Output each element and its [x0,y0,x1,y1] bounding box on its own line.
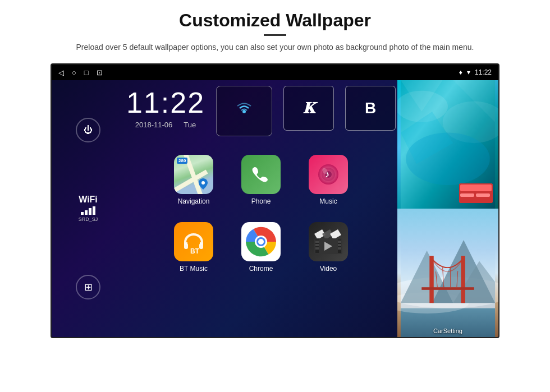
b-icon: B [365,99,376,117]
svg-rect-45 [429,256,433,303]
status-bar-right: ♦ ▾ 11:22 [459,68,492,76]
navigation-icon: 280 [174,155,213,194]
svg-rect-23 [338,241,341,243]
back-icon[interactable]: ◁ [58,68,64,77]
video-label: Video [320,265,337,273]
title-divider [264,34,286,36]
device-screenshot: ◁ ○ □ ⊡ ♦ ▾ 11:22 ⏻ WiFi [51,63,499,338]
app-chrome[interactable]: Chrome [230,216,292,278]
k-icon-box[interactable]: 𝐊 [283,86,334,131]
power-button[interactable]: ⏻ [76,118,100,142]
wireless-widget[interactable] [216,86,272,136]
wifi-label: WiFi [79,195,98,205]
svg-rect-36 [460,193,474,197]
home-icon[interactable]: ○ [72,68,76,77]
navigation-label: Navigation [178,197,210,205]
app-btmusic[interactable]: BT BT Music [163,216,224,278]
clock-day-value: Tue [184,121,196,129]
home-screen: ⏻ WiFi SRD_SJ ⊞ [52,80,498,337]
wifi-widget[interactable]: WiFi SRD_SJ [79,195,98,222]
wallpaper-bridge[interactable]: CarSetting [397,209,498,337]
chrome-icon [241,222,281,261]
clock-widget: 11:22 2018-11-06 Tue [126,86,205,129]
status-bar-left: ◁ ○ □ ⊡ [58,68,103,77]
wifi-bars [79,206,98,215]
svg-rect-21 [315,244,319,246]
wireless-icon [235,99,253,121]
app-phone[interactable]: Phone [230,149,292,211]
status-bar: ◁ ○ □ ⊡ ♦ ▾ 11:22 [52,64,498,80]
clock-time: 11:22 [126,86,205,119]
svg-point-1 [201,181,205,185]
k-icon: 𝐊 [303,99,315,118]
btmusic-label: BT Music [180,265,208,273]
btmusic-icon: BT [174,222,213,261]
svg-point-13 [258,239,264,245]
power-icon: ⏻ [84,125,93,135]
right-panel: CarSetting [397,80,498,337]
svg-rect-37 [476,193,490,197]
left-sidebar: ⏻ WiFi SRD_SJ ⊞ [52,80,125,337]
svg-text:BT: BT [190,247,200,255]
center-content: 11:22 2018-11-06 Tue [125,80,397,337]
clock-date: 2018-11-06 Tue [126,121,205,129]
page-subtitle: Preload over 5 default wallpaper options… [56,41,494,53]
wifi-bar-3 [89,208,91,215]
carsetting-label: CarSetting [397,328,498,334]
signal-icon: ▾ [467,68,470,76]
svg-point-0 [242,110,246,113]
wifi-ssid: SRD_SJ [79,216,98,222]
location-icon: ♦ [459,68,462,76]
page-container: Customized Wallpaper Preload over 5 defa… [0,0,550,392]
svg-marker-16 [330,229,341,239]
svg-rect-7 [184,243,188,249]
app-thumbnail-overlay [459,183,493,203]
screenshot-icon: ⊡ [97,68,103,77]
app-navigation[interactable]: 280 Navigation [163,149,224,211]
svg-rect-20 [315,241,319,243]
svg-rect-8 [199,243,203,249]
status-time: 11:22 [475,68,492,76]
wallpaper-ice[interactable] [397,80,498,209]
app-grid: 280 Navigation [163,149,359,278]
app-music[interactable]: ♪ Music [297,149,359,211]
recents-icon[interactable]: □ [84,68,89,77]
phone-label: Phone [251,197,271,205]
svg-rect-46 [461,256,465,303]
svg-rect-22 [315,247,319,250]
svg-rect-35 [460,185,492,191]
svg-rect-25 [338,247,341,250]
wifi-bar-2 [85,210,88,215]
clock-date-value: 2018-11-06 [135,121,173,129]
apps-button[interactable]: ⊞ [76,275,100,299]
app-video[interactable]: Video [297,216,359,278]
header-section: Customized Wallpaper Preload over 5 defa… [0,0,550,59]
maps-badge: 280 [177,158,187,164]
b-icon-box[interactable]: B [345,86,396,131]
page-title: Customized Wallpaper [34,10,516,31]
svg-rect-24 [338,244,341,246]
svg-rect-47 [421,287,474,290]
chrome-label: Chrome [249,265,273,273]
music-label: Music [319,197,337,205]
svg-text:♪: ♪ [325,169,329,179]
video-icon-img [309,222,348,261]
phone-icon [241,155,281,194]
wifi-bar-4 [93,206,95,215]
apps-grid-icon: ⊞ [84,281,93,293]
wifi-bar-1 [81,212,84,215]
music-icon: ♪ [309,155,348,194]
